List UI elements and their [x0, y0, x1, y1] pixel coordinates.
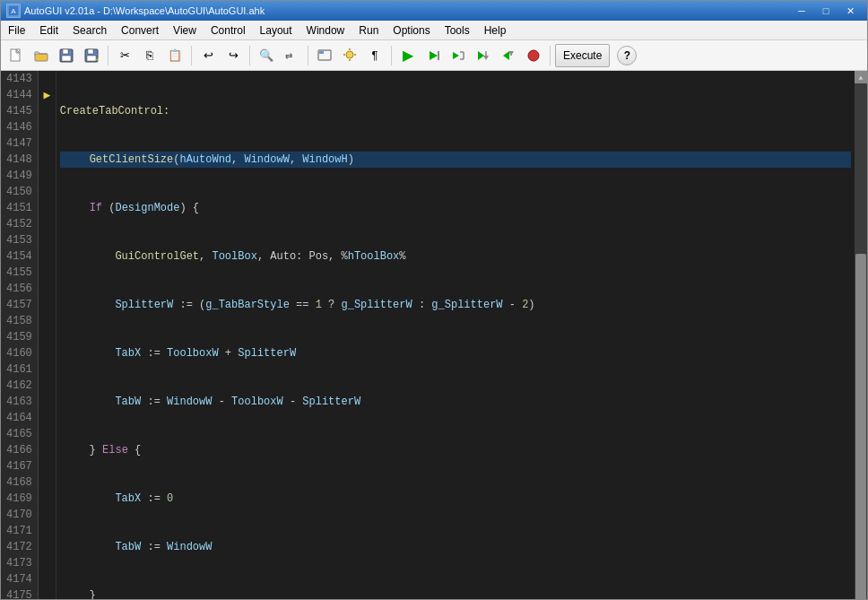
breakpoint-button[interactable]	[522, 44, 545, 67]
svg-marker-22	[453, 52, 459, 59]
svg-rect-10	[87, 56, 96, 61]
help-button[interactable]: ?	[617, 46, 637, 65]
menu-file[interactable]: File	[1, 21, 32, 39]
separator-5	[391, 46, 392, 65]
title-controls: ─ □ ✕	[790, 3, 862, 19]
separator-1	[108, 46, 108, 65]
step-over-button[interactable]	[447, 44, 470, 67]
menu-search[interactable]: Search	[65, 21, 114, 39]
app-icon: A	[6, 4, 21, 18]
new-button[interactable]	[4, 44, 28, 67]
separator-2	[191, 46, 192, 65]
svg-marker-20	[430, 51, 438, 60]
paste-button[interactable]: 📋	[163, 44, 187, 67]
menu-layout[interactable]: Layout	[253, 21, 299, 39]
step-out-button[interactable]	[497, 44, 520, 67]
menu-window[interactable]: Window	[299, 21, 352, 39]
code-editor[interactable]: 4143 4144 4145 4146 4147 4148 4149 4150 …	[1, 71, 867, 600]
separator-4	[308, 46, 308, 65]
svg-marker-28	[483, 56, 489, 60]
search-button[interactable]: 🔍	[255, 44, 278, 67]
maximize-button[interactable]: □	[814, 3, 838, 19]
light-button[interactable]	[338, 44, 361, 67]
copy-button[interactable]: ⎘	[138, 44, 161, 67]
svg-rect-9	[88, 49, 93, 54]
svg-rect-4	[35, 54, 48, 61]
minimize-button[interactable]: ─	[790, 3, 813, 19]
svg-text:⇄: ⇄	[285, 51, 292, 61]
svg-rect-14	[319, 51, 324, 54]
paragraph-button[interactable]: ¶	[363, 44, 386, 67]
gui-button[interactable]	[313, 44, 336, 67]
line-numbers: 4143 4144 4145 4146 4147 4148 4149 4150 …	[1, 71, 39, 600]
menu-run[interactable]: Run	[352, 21, 386, 39]
svg-marker-26	[478, 51, 484, 60]
execute-button[interactable]: Execute	[555, 44, 610, 67]
svg-text:A: A	[11, 7, 16, 15]
close-button[interactable]: ✕	[838, 3, 862, 19]
vertical-scrollbar[interactable]: ▲ ▼	[855, 71, 867, 600]
title-text: AutoGUI v2.01a - D:\Workspace\AutoGUI\Au…	[24, 5, 790, 16]
svg-rect-6	[63, 49, 68, 54]
menu-options[interactable]: Options	[386, 21, 437, 39]
run-sub-button[interactable]	[421, 44, 445, 67]
menu-bar: File Edit Search Convert View Control La…	[1, 21, 867, 40]
menu-convert[interactable]: Convert	[114, 21, 166, 39]
separator-6	[550, 46, 551, 65]
redo-button[interactable]: ↪	[221, 44, 245, 67]
svg-text:+: +	[96, 57, 100, 63]
title-bar: A AutoGUI v2.01a - D:\Workspace\AutoGUI\…	[1, 1, 867, 21]
run-button[interactable]: ▶	[396, 44, 420, 67]
menu-help[interactable]: Help	[477, 21, 514, 39]
menu-view[interactable]: View	[166, 21, 204, 39]
cut-button[interactable]: ✂	[113, 44, 136, 67]
menu-control[interactable]: Control	[204, 21, 253, 39]
step-in-button[interactable]	[472, 44, 495, 67]
separator-3	[249, 46, 250, 65]
save-button[interactable]	[55, 44, 78, 67]
svg-marker-29	[503, 51, 509, 60]
svg-point-32	[528, 50, 539, 61]
open-button[interactable]	[30, 44, 53, 67]
replace-button[interactable]: ⇄	[280, 44, 303, 67]
svg-rect-7	[62, 56, 71, 61]
undo-button[interactable]: ↩	[196, 44, 220, 67]
debug-column: ▶	[39, 71, 56, 600]
code-content[interactable]: CreateTabControl: GetClientSize(hAutoWnd…	[56, 71, 855, 600]
toolbar: + ✂ ⎘ 📋 ↩ ↪ 🔍 ⇄ ¶ ▶	[1, 40, 867, 71]
saveas-button[interactable]: +	[80, 44, 103, 67]
menu-tools[interactable]: Tools	[438, 21, 477, 39]
menu-edit[interactable]: Edit	[32, 21, 65, 39]
svg-point-15	[346, 51, 353, 58]
